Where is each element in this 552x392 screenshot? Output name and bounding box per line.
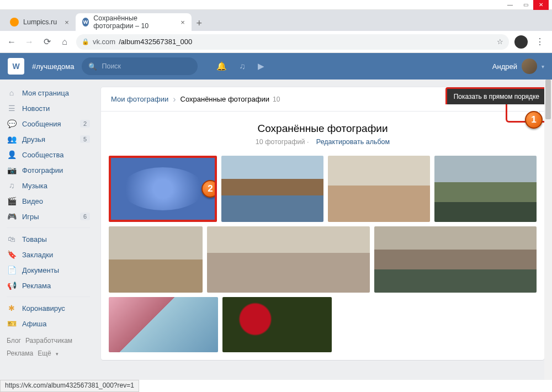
chevron-down-icon: ▾	[56, 351, 59, 357]
new-tab-button[interactable]: +	[192, 15, 207, 31]
window-minimize-button[interactable]: —	[502, 0, 518, 10]
sidebar-item-games[interactable]: 🎮Игры6	[0, 209, 97, 224]
bookmark-star-icon[interactable]: ☆	[497, 38, 503, 46]
sidebar-item-label: Сообщества	[22, 151, 64, 159]
sidebar-item-afisha[interactable]: 🎫Афиша	[0, 316, 97, 331]
annotation-1: Показать в прямом порядке ↑↓ 1	[445, 87, 548, 123]
lock-icon: 🔒	[82, 38, 89, 45]
sort-tooltip: Показать в прямом порядке	[445, 87, 548, 104]
window-close-button[interactable]: ✕	[533, 0, 549, 10]
album-panel: Мои фотографии › Сохранённые фотографии …	[101, 87, 544, 360]
vk-user-menu[interactable]: Андрей ▾	[492, 59, 544, 74]
favicon-icon: W	[82, 18, 89, 27]
footer-link[interactable]: Ещё	[38, 349, 51, 357]
window-maximize-button[interactable]: ▭	[518, 0, 533, 10]
vk-tagline[interactable]: #лучшедома	[32, 62, 74, 71]
edit-album-link[interactable]: Редактировать альбом	[316, 138, 390, 146]
profile-avatar[interactable]	[514, 35, 528, 49]
browser-toolbar: ← → ⟳ ⌂ 🔒 vk.com/album432567381_000 ☆ ⋮	[0, 31, 552, 53]
play-icon[interactable]: ▶	[258, 61, 264, 71]
music-icon: ♫	[7, 181, 17, 190]
footer-link[interactable]: Реклама	[7, 349, 33, 357]
virus-icon: ✱	[7, 304, 17, 312]
photo-grid: 2	[101, 156, 544, 360]
sidebar-item-music[interactable]: ♫Музыка	[0, 178, 97, 193]
tab-title: Сохранённые фотографии – 10	[93, 14, 173, 30]
photo-thumb[interactable]	[222, 297, 332, 352]
scrollbar-thumb[interactable]	[545, 80, 551, 119]
sidebar-item-photos[interactable]: 📷Фотографии	[0, 162, 97, 178]
browser-tab[interactable]: Lumpics.ru ×	[3, 13, 76, 31]
photo-thumb[interactable]	[434, 156, 537, 222]
photo-thumb[interactable]	[221, 156, 323, 222]
sidebar-item-label: Игры	[22, 213, 39, 221]
tab-close-button[interactable]: ×	[65, 18, 69, 27]
sidebar-footer: БлогРазработчикам РекламаЕщё▾	[0, 331, 97, 363]
separator	[7, 227, 90, 228]
vk-search[interactable]: 🔍 Поиск	[82, 57, 198, 75]
message-icon: 💬	[7, 119, 17, 128]
breadcrumb-album: Сохранённые фотографии	[181, 95, 269, 103]
sidebar-item-label: Закладки	[22, 251, 53, 259]
footer-link[interactable]: Блог	[7, 337, 21, 345]
vk-main: Мои фотографии › Сохранённые фотографии …	[97, 80, 552, 380]
browser-menu-button[interactable]: ⋮	[533, 36, 546, 47]
counter-badge: 2	[80, 120, 90, 128]
groups-icon: 👤	[7, 150, 17, 159]
photo-thumb[interactable]	[109, 226, 203, 293]
sidebar-item-covid[interactable]: ✱Коронавирус	[0, 300, 97, 316]
photo-thumb[interactable]	[374, 226, 537, 293]
breadcrumb-root[interactable]: Мои фотографии	[111, 95, 168, 103]
album-count: 10 фотографий	[256, 138, 305, 146]
annotation-badge: 1	[525, 111, 543, 129]
vk-body: ⌂Моя страница ☰Новости 💬Сообщения2 👥Друз…	[0, 80, 552, 380]
address-bar[interactable]: 🔒 vk.com/album432567381_000 ☆	[76, 34, 509, 50]
vk-user-name: Андрей	[492, 62, 517, 71]
window-titlebar: — ▭ ✕	[0, 0, 552, 10]
sidebar-item-news[interactable]: ☰Новости	[0, 100, 97, 116]
sidebar-item-market[interactable]: 🛍Товары	[0, 231, 97, 247]
footer-link[interactable]: Разработчикам	[25, 337, 72, 345]
sidebar-item-messages[interactable]: 💬Сообщения2	[0, 116, 97, 131]
sidebar-item-label: Моя страница	[22, 89, 69, 97]
tab-close-button[interactable]: ×	[181, 18, 185, 27]
chevron-down-icon: ▾	[542, 63, 544, 70]
sidebar-item-documents[interactable]: 📄Документы	[0, 262, 97, 278]
sidebar-item-friends[interactable]: 👥Друзья5	[0, 131, 97, 147]
photo-thumb[interactable]: 2	[109, 156, 217, 222]
bookmark-icon: 🔖	[7, 250, 17, 259]
home-button[interactable]: ⌂	[59, 36, 71, 48]
forward-button[interactable]: →	[23, 36, 35, 48]
counter-badge: 6	[80, 213, 90, 220]
photo-thumb[interactable]	[328, 156, 430, 222]
photo-thumb[interactable]	[207, 226, 370, 293]
reload-button[interactable]: ⟳	[41, 36, 53, 48]
search-placeholder: Поиск	[102, 62, 121, 70]
megaphone-icon: 📢	[7, 281, 17, 290]
market-icon: 🛍	[7, 235, 17, 243]
album-title: Сохранённые фотографии	[101, 123, 544, 135]
photo-thumb[interactable]	[109, 297, 218, 352]
sidebar-item-label: Видео	[22, 197, 43, 205]
sidebar-item-label: Афиша	[22, 320, 46, 328]
favicon-icon	[10, 18, 19, 27]
counter-badge: 5	[80, 135, 90, 143]
sidebar-item-communities[interactable]: 👤Сообщества	[0, 147, 97, 162]
tab-title: Lumpics.ru	[23, 18, 57, 26]
scrollbar[interactable]	[544, 80, 552, 380]
video-icon: 🎬	[7, 197, 17, 205]
vk-sidebar: ⌂Моя страница ☰Новости 💬Сообщения2 👥Друз…	[0, 80, 97, 380]
notifications-icon[interactable]: 🔔	[216, 61, 227, 71]
sidebar-item-label: Новости	[22, 104, 50, 113]
sidebar-item-video[interactable]: 🎬Видео	[0, 193, 97, 209]
sidebar-item-profile[interactable]: ⌂Моя страница	[0, 85, 97, 100]
vk-logo[interactable]: W	[8, 58, 24, 75]
vk-header: W #лучшедома 🔍 Поиск 🔔 ♫ ▶ Андрей ▾	[0, 53, 552, 80]
sidebar-item-ads[interactable]: 📢Реклама	[0, 278, 97, 293]
browser-tab-active[interactable]: W Сохранённые фотографии – 10 ×	[76, 13, 192, 31]
back-button[interactable]: ←	[6, 36, 18, 48]
ticket-icon: 🎫	[7, 319, 17, 328]
sidebar-item-bookmarks[interactable]: 🔖Закладки	[0, 247, 97, 262]
url-path: /album432567381_000	[119, 38, 192, 46]
music-icon[interactable]: ♫	[239, 61, 245, 71]
